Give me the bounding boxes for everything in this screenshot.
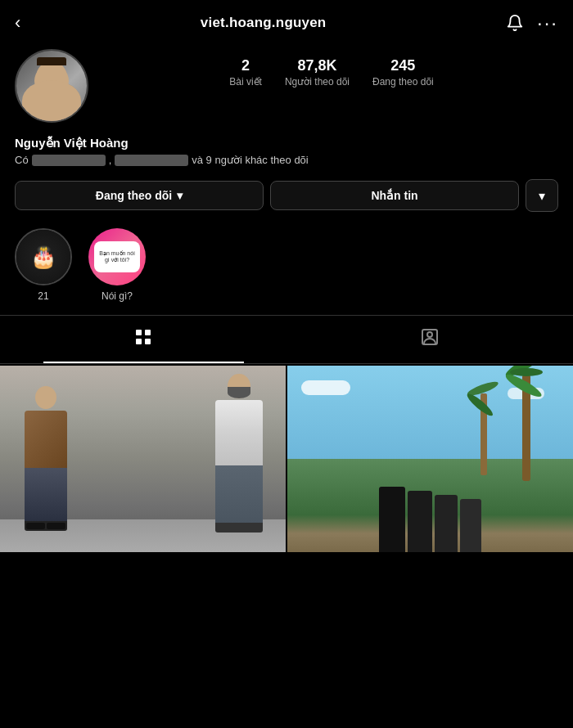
following-count: 245 — [390, 57, 415, 74]
followers-count: 87,8K — [297, 57, 336, 74]
grid-post-2[interactable] — [287, 366, 573, 552]
photo-grid — [0, 366, 573, 552]
story-item-question[interactable]: Bạn muốn nói gì với tôi? Nói gì? — [88, 228, 146, 302]
question-text: Bạn muốn nói gì với tôi? — [97, 250, 137, 264]
tagged-icon — [420, 327, 440, 352]
following-label: Đang theo dõi — [372, 76, 434, 88]
stat-followers[interactable]: 87,8K Người theo dõi — [285, 57, 350, 88]
posts-count: 2 — [241, 57, 250, 74]
following-button[interactable]: Đang theo dõi ▾ — [15, 181, 264, 210]
svg-rect-3 — [145, 339, 151, 344]
stories-section: 🎂 21 Bạn muốn nói gì với tôi? Nói gì? — [0, 225, 573, 315]
more-options-button[interactable]: ··· — [537, 11, 558, 34]
header-username: viet.hoang.nguyen — [201, 15, 327, 31]
birthday-icon: 🎂 — [16, 230, 70, 284]
mention-1[interactable] — [32, 155, 106, 166]
following-chevron: ▾ — [177, 189, 183, 202]
question-box: Bạn muốn nói gì với tôi? — [94, 241, 140, 273]
mention-2[interactable] — [115, 155, 188, 166]
header: ‹ viet.hoang.nguyen ··· — [0, 0, 573, 43]
tabs-section — [0, 315, 573, 364]
header-icons: ··· — [506, 11, 558, 34]
followers-label: Người theo dõi — [285, 76, 350, 88]
tab-grid[interactable] — [0, 316, 286, 363]
svg-rect-2 — [136, 339, 142, 344]
grid-icon — [133, 327, 153, 352]
stat-following[interactable]: 245 Đang theo dõi — [372, 57, 434, 88]
back-button[interactable]: ‹ — [15, 12, 20, 34]
avatar — [15, 49, 88, 123]
comma-separator: , — [109, 154, 112, 166]
tab-tagged[interactable] — [286, 316, 573, 363]
story-item-birthday[interactable]: 🎂 21 — [15, 228, 72, 302]
bell-icon — [506, 14, 524, 32]
display-name: Nguyễn Việt Hoàng — [15, 136, 558, 151]
more-button[interactable]: ▾ — [526, 179, 558, 212]
story-circle-question: Bạn muốn nói gì với tôi? — [88, 228, 146, 285]
story-circle-birthday: 🎂 — [15, 228, 72, 285]
avatar-image — [16, 51, 87, 121]
followers-hint-text: và 9 người khác theo dõi — [192, 154, 308, 166]
message-label: Nhắn tin — [371, 189, 417, 202]
followers-hint: Có , và 9 người khác theo dõi — [15, 154, 558, 166]
more-chevron: ▾ — [539, 188, 545, 204]
story-label-question: Nói gì? — [102, 290, 133, 302]
grid-svg — [133, 327, 153, 347]
bio-section: Nguyễn Việt Hoàng Có , và 9 người khác t… — [0, 134, 573, 176]
grid-post-1[interactable] — [0, 366, 286, 552]
co-prefix: Có — [15, 154, 29, 166]
person-icon — [420, 327, 440, 347]
svg-rect-1 — [145, 330, 151, 335]
posts-label: Bài viết — [229, 76, 262, 88]
stats-container: 2 Bài viết 87,8K Người theo dõi 245 Đang… — [105, 49, 558, 88]
svg-point-5 — [427, 332, 432, 337]
action-buttons: Đang theo dõi ▾ Nhắn tin ▾ — [0, 176, 573, 225]
stat-posts[interactable]: 2 Bài viết — [229, 57, 262, 88]
profile-section: 2 Bài viết 87,8K Người theo dõi 245 Đang… — [0, 43, 573, 134]
story-label-birthday: 21 — [38, 290, 48, 302]
message-button[interactable]: Nhắn tin — [270, 181, 519, 210]
notification-button[interactable] — [506, 14, 524, 32]
svg-rect-0 — [136, 330, 142, 335]
following-label: Đang theo dõi — [96, 189, 172, 202]
